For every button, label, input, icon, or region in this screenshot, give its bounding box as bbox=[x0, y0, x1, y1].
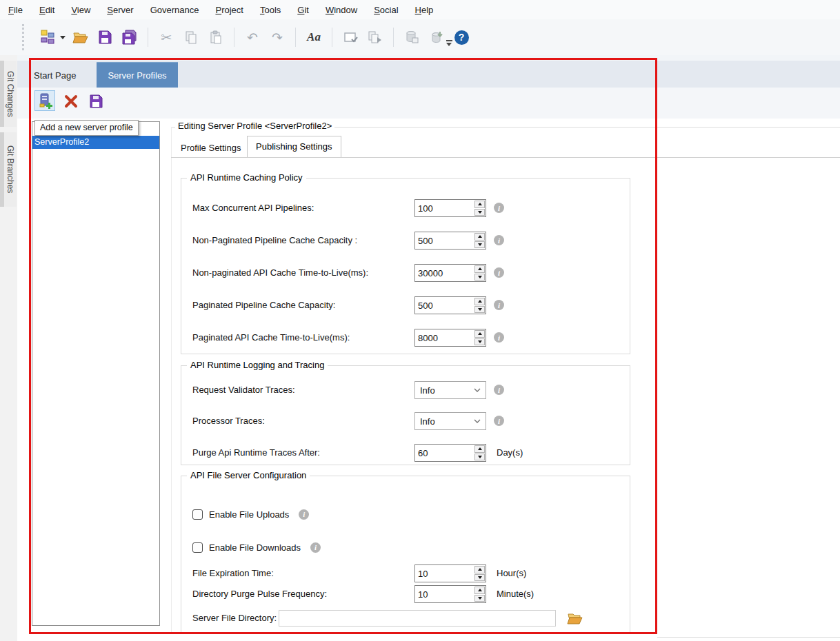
tab-start-page[interactable]: Start Page bbox=[31, 63, 79, 88]
sidebar-tab-git-changes[interactable]: Git Changes bbox=[0, 61, 17, 127]
spin-up-button[interactable] bbox=[474, 330, 485, 338]
list-item-serverprofile2[interactable]: ServerProfile2 bbox=[32, 136, 159, 149]
sidebar-tab-git-branches[interactable]: Git Branches bbox=[0, 132, 17, 207]
spinner-input[interactable] bbox=[415, 329, 474, 346]
spinner-input[interactable] bbox=[415, 586, 474, 602]
undo-button[interactable]: ↶ bbox=[242, 27, 263, 48]
spinner-input[interactable] bbox=[415, 297, 474, 314]
processor-traces-select[interactable]: Info bbox=[414, 412, 486, 430]
export-data-button[interactable] bbox=[401, 27, 422, 48]
info-icon bbox=[494, 416, 504, 426]
save-button[interactable] bbox=[94, 27, 115, 48]
toolbar-grip[interactable] bbox=[22, 24, 26, 50]
spin-down-button[interactable] bbox=[474, 274, 485, 281]
copy-button[interactable] bbox=[181, 27, 201, 48]
server-file-directory-input[interactable] bbox=[279, 610, 556, 627]
spin-up-button[interactable] bbox=[474, 587, 485, 594]
open-button[interactable] bbox=[70, 27, 90, 48]
spin-buttons bbox=[474, 232, 486, 249]
spinner-input[interactable] bbox=[415, 232, 474, 249]
cut-button[interactable]: ✂ bbox=[156, 27, 177, 48]
non-paginated-pipeline-cache-capacity-spinner[interactable] bbox=[414, 232, 486, 250]
spin-up-button[interactable] bbox=[474, 265, 485, 273]
menu-view[interactable]: View bbox=[71, 5, 90, 15]
spin-down-button[interactable] bbox=[474, 241, 485, 249]
deploy-button[interactable] bbox=[426, 27, 447, 48]
field-label: Non-Paginated Pipeline Cache Capacity : bbox=[192, 232, 357, 250]
tab-server-profiles[interactable]: Server Profiles bbox=[97, 62, 178, 88]
spin-down-button[interactable] bbox=[474, 454, 485, 461]
purge-api-runtime-traces-spinner[interactable] bbox=[414, 444, 486, 462]
spin-down-button[interactable] bbox=[474, 338, 485, 346]
menu-help[interactable]: Help bbox=[415, 5, 434, 15]
spin-down-button[interactable] bbox=[474, 595, 485, 602]
spin-down-button[interactable] bbox=[474, 306, 485, 314]
new-dropdown-caret[interactable] bbox=[60, 36, 66, 39]
down-arrow-icon bbox=[478, 276, 482, 278]
spinner-input[interactable] bbox=[415, 565, 474, 582]
field-label: Paginated Pipeline Cache Capacity: bbox=[192, 296, 335, 314]
spin-buttons bbox=[474, 265, 486, 281]
field-row: File Expiration Time: Hour(s) bbox=[181, 564, 630, 582]
spin-up-button[interactable] bbox=[474, 445, 485, 453]
directory-purge-pulse-frequency-spinner[interactable] bbox=[414, 585, 486, 603]
field-row: Server File Directory: bbox=[181, 609, 630, 627]
paginated-api-cache-ttl-spinner[interactable] bbox=[414, 329, 486, 347]
overflow-bar bbox=[446, 40, 452, 41]
tab-publishing-settings[interactable]: Publishing Settings bbox=[247, 136, 341, 157]
checkbox-row: Enable File Downloads bbox=[192, 540, 321, 554]
paste-button[interactable] bbox=[206, 27, 226, 48]
file-expiration-time-spinner[interactable] bbox=[414, 564, 486, 582]
redo-button[interactable]: ↷ bbox=[267, 27, 288, 48]
request-validator-traces-select[interactable]: Info bbox=[414, 381, 486, 399]
publish-button[interactable] bbox=[365, 27, 386, 48]
tab-accent-bar bbox=[0, 132, 4, 207]
toolbar-separator bbox=[393, 28, 394, 47]
paginated-pipeline-cache-capacity-spinner[interactable] bbox=[414, 296, 486, 314]
browse-directory-button[interactable] bbox=[565, 609, 584, 627]
toolbar-separator bbox=[234, 28, 234, 47]
help-button[interactable] bbox=[451, 27, 472, 48]
delete-server-profile-button[interactable] bbox=[62, 92, 80, 110]
enable-file-uploads-checkbox[interactable] bbox=[192, 509, 203, 520]
menu-project[interactable]: Project bbox=[215, 5, 243, 15]
non-paginated-api-cache-ttl-spinner[interactable] bbox=[414, 264, 486, 282]
spin-up-button[interactable] bbox=[474, 233, 485, 241]
spin-down-button[interactable] bbox=[474, 574, 485, 582]
spinner-input[interactable] bbox=[415, 200, 474, 216]
server-profile-list[interactable]: ServerProfile2 bbox=[32, 121, 160, 626]
preview-button[interactable] bbox=[340, 27, 361, 48]
spin-down-button[interactable] bbox=[474, 209, 485, 216]
menu-edit[interactable]: Edit bbox=[39, 5, 54, 15]
toolbar-overflow-button[interactable] bbox=[445, 40, 453, 50]
field-row: Non-paginated API Cache Time-to-Live(ms)… bbox=[181, 264, 630, 282]
spinner-input[interactable] bbox=[415, 445, 474, 461]
menu-governance[interactable]: Governance bbox=[150, 5, 199, 15]
new-server-profile-button[interactable] bbox=[37, 27, 58, 48]
menu-git[interactable]: Git bbox=[297, 5, 309, 15]
menu-file[interactable]: File bbox=[8, 5, 23, 15]
font-button[interactable]: Aa bbox=[303, 27, 324, 48]
save-server-profile-button[interactable] bbox=[87, 92, 105, 110]
menu-tools[interactable]: Tools bbox=[260, 5, 281, 15]
copy-icon bbox=[184, 30, 198, 44]
field-row: Request Validator Traces: Info bbox=[181, 381, 630, 399]
info-icon bbox=[494, 300, 504, 310]
tab-accent-bar bbox=[0, 61, 4, 127]
menu-window[interactable]: Window bbox=[326, 5, 357, 15]
max-concurrent-api-pipelines-spinner[interactable] bbox=[414, 199, 486, 217]
spinner-input[interactable] bbox=[415, 265, 474, 281]
info-icon bbox=[494, 332, 504, 343]
spin-up-button[interactable] bbox=[474, 201, 485, 208]
tab-profile-settings[interactable]: Profile Settings bbox=[174, 139, 248, 157]
save-all-icon bbox=[121, 30, 138, 45]
menu-social[interactable]: Social bbox=[374, 5, 398, 15]
menu-server[interactable]: Server bbox=[107, 5, 133, 15]
up-arrow-icon bbox=[478, 589, 482, 591]
enable-file-downloads-checkbox[interactable] bbox=[192, 542, 203, 553]
spin-up-button[interactable] bbox=[474, 566, 485, 573]
undo-icon: ↶ bbox=[247, 31, 258, 44]
spin-up-button[interactable] bbox=[474, 298, 485, 305]
save-all-button[interactable] bbox=[119, 27, 140, 48]
add-server-profile-button[interactable] bbox=[34, 90, 55, 111]
